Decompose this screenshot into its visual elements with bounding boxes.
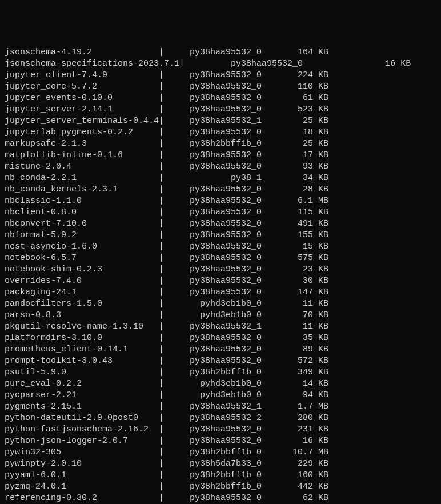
package-name: referencing-0.30.2 — [5, 493, 159, 503]
package-size: 491 KB — [262, 219, 328, 229]
package-name: parso-0.8.3 — [5, 310, 159, 320]
package-build: py38haa95532_0 — [164, 253, 262, 263]
column-separator: | — [159, 470, 164, 480]
column-separator: | — [159, 219, 164, 229]
column-separator: | — [159, 139, 164, 149]
package-name: prometheus_client-0.14.1 — [5, 345, 159, 354]
package-build: py38haa95532_0 — [164, 436, 262, 446]
package-row: jupyter_core-5.7.2 | py38haa95532_0 110 … — [5, 81, 436, 93]
package-size: 14 KB — [262, 379, 328, 389]
column-separator: | — [159, 47, 164, 57]
column-separator: | — [159, 242, 164, 251]
column-separator: | — [159, 333, 164, 343]
package-name: pycparser-2.21 — [5, 390, 159, 400]
package-size: 115 KB — [262, 207, 328, 217]
package-row: nbformat-5.9.2 | py38haa95532_0 155 KB — [5, 230, 436, 241]
column-separator: | — [159, 322, 164, 331]
package-row: platformdirs-3.10.0 | py38haa95532_0 35 … — [5, 333, 436, 344]
package-build: pyhd3eb1b0_0 — [164, 390, 262, 400]
package-size: 164 KB — [262, 47, 328, 57]
package-name: jupyter_server_terminals-0.4.4 — [5, 116, 159, 126]
package-name: pywin32-305 — [5, 447, 159, 457]
package-row: pyyaml-6.0.1 | py38h2bbff1b_0 160 KB — [5, 470, 436, 481]
package-size: 61 KB — [262, 93, 328, 103]
package-name: overrides-7.4.0 — [5, 276, 159, 286]
package-row: mistune-2.0.4 | py38haa95532_0 93 KB — [5, 161, 436, 173]
package-row: nbclient-0.8.0 | py38haa95532_0 115 KB — [5, 207, 436, 218]
package-name: python-json-logger-2.0.7 — [5, 436, 159, 446]
package-build: py38haa95532_0 — [164, 242, 262, 251]
package-size: 62 KB — [262, 493, 328, 503]
package-size: 11 KB — [262, 299, 328, 309]
column-separator: | — [159, 116, 164, 126]
package-size: 229 KB — [262, 459, 328, 469]
package-row: jsonschema-specifications-2023.7.1| py38… — [5, 58, 436, 70]
package-name: nbconvert-7.10.0 — [5, 219, 159, 229]
column-separator: | — [159, 436, 164, 446]
package-name: nbclient-0.8.0 — [5, 207, 159, 217]
column-separator: | — [159, 265, 164, 274]
package-row: pyzmq-24.0.1 | py38h2bbff1b_0 442 KB — [5, 481, 436, 493]
column-separator: | — [159, 425, 164, 434]
package-name: pyyaml-6.0.1 — [5, 470, 159, 480]
column-separator: | — [159, 162, 164, 171]
package-name: notebook-6.5.7 — [5, 253, 159, 263]
package-build: py38haa95532_0 — [164, 70, 262, 80]
package-row: nbconvert-7.10.0 | py38haa95532_0 491 KB — [5, 218, 436, 230]
package-row: python-json-logger-2.0.7 | py38haa95532_… — [5, 435, 436, 447]
package-row: pandocfilters-1.5.0 | pyhd3eb1b0_0 11 KB — [5, 298, 436, 310]
package-build: py38h5da7b33_0 — [164, 459, 262, 469]
column-separator: | — [159, 185, 164, 194]
package-row: jupyter_events-0.10.0 | py38haa95532_0 6… — [5, 93, 436, 104]
package-name: pygments-2.15.1 — [5, 402, 159, 411]
package-size: 523 KB — [262, 105, 328, 114]
package-name: jsonschema-4.19.2 — [5, 47, 159, 57]
package-size: 28 KB — [262, 185, 328, 194]
column-separator: | — [159, 459, 164, 469]
package-row: pkgutil-resolve-name-1.3.10 | py38haa955… — [5, 321, 436, 333]
package-name: nbclassic-1.1.0 — [5, 196, 159, 206]
package-size: 25 KB — [262, 139, 328, 149]
column-separator: | — [159, 276, 164, 286]
package-row: markupsafe-2.1.3 | py38h2bbff1b_0 25 KB — [5, 138, 436, 150]
package-name: python-fastjsonschema-2.16.2 — [5, 425, 159, 434]
package-name: jupyter_events-0.10.0 — [5, 93, 159, 103]
package-row: python-dateutil-2.9.0post0 | py38haa9553… — [5, 413, 436, 424]
package-size: 11 KB — [262, 322, 328, 331]
column-separator: | — [159, 493, 164, 503]
terminal-output: jsonschema-4.19.2 | py38haa95532_0 164 K… — [5, 47, 436, 504]
package-row: jupyter_client-7.4.9 | py38haa95532_0 22… — [5, 70, 436, 81]
package-name: pkgutil-resolve-name-1.3.10 — [5, 322, 159, 331]
package-name: pyzmq-24.0.1 — [5, 482, 159, 491]
package-size: 572 KB — [262, 356, 328, 366]
column-separator: | — [159, 196, 164, 206]
package-build: py38haa95532_0 — [164, 493, 262, 503]
package-size: 575 KB — [262, 253, 328, 263]
package-build: py38haa95532_0 — [164, 230, 262, 240]
package-name: prompt-toolkit-3.0.43 — [5, 356, 159, 366]
package-size: 70 KB — [262, 310, 328, 320]
package-build: py38haa95532_0 — [164, 356, 262, 366]
package-size: 160 KB — [262, 470, 328, 480]
column-separator: | — [159, 345, 164, 354]
package-row: prompt-toolkit-3.0.43 | py38haa95532_0 5… — [5, 355, 436, 367]
package-build: pyhd3eb1b0_0 — [164, 299, 262, 309]
package-build: pyhd3eb1b0_0 — [164, 379, 262, 389]
column-separator: | — [159, 413, 164, 423]
package-row: jupyter_server-2.14.1 | py38haa95532_0 5… — [5, 104, 436, 115]
package-build: pyhd3eb1b0_0 — [164, 310, 262, 320]
package-name: nbformat-5.9.2 — [5, 230, 159, 240]
package-name: jupyter_core-5.7.2 — [5, 82, 159, 91]
package-name: nest-asyncio-1.6.0 — [5, 242, 159, 251]
package-build: py38haa95532_0 — [164, 162, 262, 171]
package-size: 35 KB — [262, 333, 328, 343]
package-size: 1.7 MB — [262, 402, 328, 411]
package-row: parso-0.8.3 | pyhd3eb1b0_0 70 KB — [5, 310, 436, 321]
column-separator: | — [159, 93, 164, 103]
column-separator: | — [159, 253, 164, 263]
package-size: 15 KB — [262, 242, 328, 251]
package-build: py38haa95532_0 — [185, 59, 303, 69]
package-size: 6.1 MB — [262, 196, 328, 206]
package-size: 89 KB — [262, 345, 328, 354]
package-build: py38haa95532_0 — [164, 207, 262, 217]
